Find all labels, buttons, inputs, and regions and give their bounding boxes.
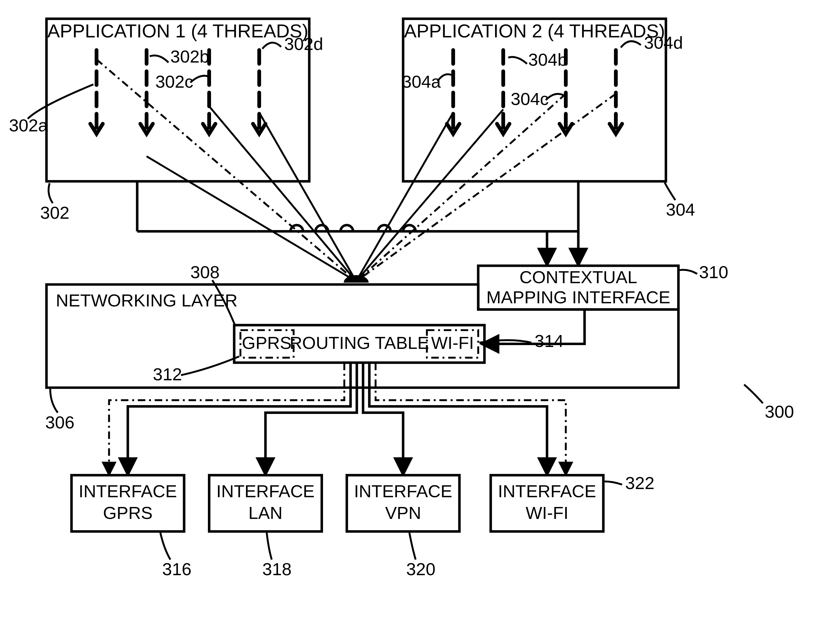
label-302b: 302b xyxy=(170,47,210,66)
if-gprs-l2: GPRS xyxy=(103,503,153,523)
if-wifi-l2: WI-FI xyxy=(525,503,569,523)
label-302d: 302d xyxy=(284,34,323,54)
if-vpn-l2: VPN xyxy=(385,503,421,523)
label-300: 300 xyxy=(765,402,794,422)
if-lan-l1: INTERFACE xyxy=(216,482,315,501)
application-1-title: APPLICATION 1 (4 THREADS) xyxy=(48,20,309,42)
interface-wifi-box: INTERFACE WI-FI xyxy=(491,475,603,532)
if-vpn-l1: INTERFACE xyxy=(354,482,452,501)
label-304: 304 xyxy=(666,200,695,219)
label-312: 312 xyxy=(153,365,182,384)
label-316: 316 xyxy=(162,559,192,579)
if-wifi-l1: INTERFACE xyxy=(498,482,596,501)
application-2-title: APPLICATION 2 (4 THREADS) xyxy=(404,20,665,42)
midbus xyxy=(137,181,578,231)
interface-lan-box: INTERFACE LAN xyxy=(209,475,322,532)
label-302a: 302a xyxy=(9,116,48,135)
label-320: 320 xyxy=(406,559,436,579)
label-322: 322 xyxy=(625,473,655,493)
interface-vpn-box: INTERFACE VPN xyxy=(347,475,459,532)
contextual-mapping-interface-box: CONTEXTUAL MAPPING INTERFACE xyxy=(478,266,678,309)
if-lan-l2: LAN xyxy=(249,503,283,523)
networking-layer-title: NETWORKING LAYER xyxy=(56,291,238,310)
diagram-canvas: APPLICATION 1 (4 THREADS) APPLICATION 2 … xyxy=(0,0,825,644)
routing-table-label: ROUTING TABLE xyxy=(290,333,429,353)
interface-gprs-box: INTERFACE GPRS xyxy=(71,475,184,532)
label-318: 318 xyxy=(262,559,292,579)
routing-gprs-label: GPRS xyxy=(242,333,292,353)
label-302c: 302c xyxy=(155,72,193,91)
app2-to-cmi xyxy=(547,231,578,266)
cmi-line1: CONTEXTUAL xyxy=(519,268,637,287)
cmi-line2: MAPPING INTERFACE xyxy=(486,288,670,307)
label-302: 302 xyxy=(40,203,70,222)
label-306: 306 xyxy=(45,413,74,432)
label-304d: 304d xyxy=(644,33,683,52)
label-304b: 304b xyxy=(528,50,567,69)
label-304a: 304a xyxy=(402,72,441,91)
routing-wifi-label: WI-FI xyxy=(431,333,474,353)
label-314: 314 xyxy=(535,331,564,351)
label-304c: 304c xyxy=(511,89,549,109)
label-310: 310 xyxy=(699,262,728,282)
label-308: 308 xyxy=(190,262,219,282)
if-gprs-l1: INTERFACE xyxy=(79,482,177,501)
